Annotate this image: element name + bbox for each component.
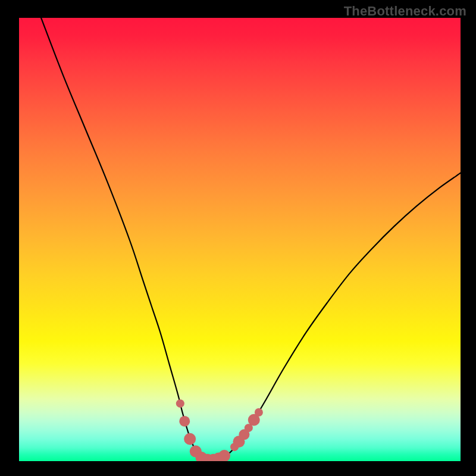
watermark-text: TheBottleneck.com xyxy=(344,4,466,19)
plot-area xyxy=(19,18,461,461)
gradient-background xyxy=(19,18,461,461)
chart-frame: TheBottleneck.com xyxy=(0,0,476,476)
